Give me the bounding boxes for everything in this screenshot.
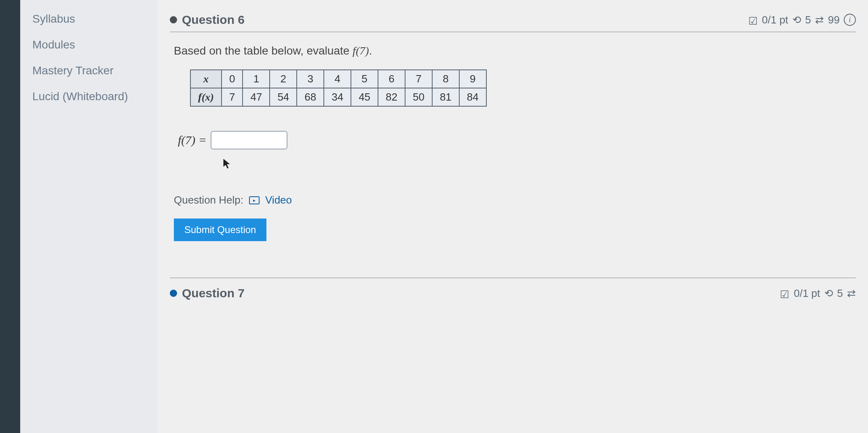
retry-icon: ⟲ bbox=[792, 14, 801, 26]
cycle-icon: ⇄ bbox=[815, 14, 824, 26]
info-icon[interactable]: i bbox=[844, 14, 856, 26]
fx-cell: 54 bbox=[270, 88, 297, 106]
function-table: x 0 1 2 3 4 5 6 7 8 9 f(x) 7 47 54 bbox=[190, 69, 487, 107]
fx-cell: 82 bbox=[378, 88, 405, 106]
sidebar-item-syllabus[interactable]: Syllabus bbox=[32, 6, 146, 32]
prompt-text: Based on the table below, evaluate bbox=[174, 44, 353, 57]
answer-label: f(7) = bbox=[178, 133, 207, 147]
retry-value: 99 bbox=[828, 14, 840, 26]
x-cell: 7 bbox=[405, 70, 432, 88]
checkbox-icon bbox=[780, 288, 790, 298]
x-cell: 4 bbox=[324, 70, 351, 88]
x-cell: 2 bbox=[270, 70, 297, 88]
row-label-x: x bbox=[190, 70, 222, 88]
prompt-math: f(7) bbox=[353, 44, 369, 57]
video-link[interactable]: Video bbox=[265, 194, 292, 206]
submit-question-button[interactable]: Submit Question bbox=[174, 219, 266, 241]
prompt-suffix: . bbox=[369, 44, 372, 57]
checkbox-icon bbox=[748, 15, 758, 25]
x-cell: 8 bbox=[432, 70, 459, 88]
cycle-icon: ⇄ bbox=[847, 287, 856, 300]
function-table-wrap: x 0 1 2 3 4 5 6 7 8 9 f(x) 7 47 54 bbox=[190, 69, 836, 107]
x-cell: 9 bbox=[459, 70, 486, 88]
attempts-value: 5 bbox=[837, 287, 843, 300]
fx-cell: 34 bbox=[324, 88, 351, 106]
video-icon: ▸ bbox=[249, 196, 260, 204]
fx-cell: 47 bbox=[243, 88, 270, 106]
global-nav-rail bbox=[0, 0, 20, 433]
sidebar-item-modules[interactable]: Modules bbox=[32, 32, 146, 58]
row-label-fx: f(x) bbox=[190, 88, 222, 106]
question-title: Question 7 bbox=[182, 286, 245, 300]
question-title: Question 6 bbox=[182, 13, 245, 27]
retry-icon: ⟲ bbox=[824, 287, 833, 300]
fx-cell: 45 bbox=[351, 88, 378, 106]
status-dot-icon bbox=[170, 16, 177, 23]
sidebar-item-mastery-tracker[interactable]: Mastery Tracker bbox=[32, 58, 146, 84]
answer-row: f(7) = bbox=[178, 131, 852, 149]
question-meta: 0/1 pt ⟲ 5 ⇄ 99 i bbox=[748, 14, 856, 26]
rail-item[interactable] bbox=[0, 0, 20, 20]
fx-cell: 68 bbox=[297, 88, 324, 106]
status-dot-icon bbox=[170, 290, 177, 297]
attempts-value: 5 bbox=[805, 14, 811, 26]
course-sidebar: Syllabus Modules Mastery Tracker Lucid (… bbox=[20, 0, 158, 433]
question-7-header[interactable]: Question 7 0/1 pt ⟲ 5 ⇄ bbox=[170, 277, 856, 304]
fx-cell: 7 bbox=[222, 88, 243, 106]
x-cell: 1 bbox=[243, 70, 270, 88]
question-meta: 0/1 pt ⟲ 5 ⇄ bbox=[780, 287, 856, 300]
x-cell: 5 bbox=[351, 70, 378, 88]
table-row-x: x 0 1 2 3 4 5 6 7 8 9 bbox=[190, 70, 486, 88]
fx-cell: 84 bbox=[459, 88, 486, 106]
help-label: Question Help: bbox=[174, 194, 243, 206]
table-row-fx: f(x) 7 47 54 68 34 45 82 50 81 84 bbox=[190, 88, 486, 106]
question-help-row: Question Help: ▸ Video bbox=[174, 194, 852, 206]
x-cell: 0 bbox=[222, 70, 243, 88]
sidebar-item-lucid-whiteboard[interactable]: Lucid (Whiteboard) bbox=[32, 84, 146, 109]
question-6-body: Based on the table below, evaluate f(7).… bbox=[170, 32, 856, 253]
x-cell: 3 bbox=[297, 70, 324, 88]
fx-cell: 81 bbox=[432, 88, 459, 106]
points-label: 0/1 pt bbox=[762, 14, 788, 26]
question-prompt: Based on the table below, evaluate f(7). bbox=[174, 44, 852, 57]
x-cell: 6 bbox=[378, 70, 405, 88]
question-6-header[interactable]: Question 6 0/1 pt ⟲ 5 ⇄ 99 i bbox=[170, 8, 856, 32]
answer-input[interactable] bbox=[211, 131, 287, 149]
fx-cell: 50 bbox=[405, 88, 432, 106]
points-label: 0/1 pt bbox=[794, 287, 820, 300]
main-content: Question 6 0/1 pt ⟲ 5 ⇄ 99 i Based on th… bbox=[158, 0, 868, 433]
cursor-icon bbox=[222, 158, 232, 170]
